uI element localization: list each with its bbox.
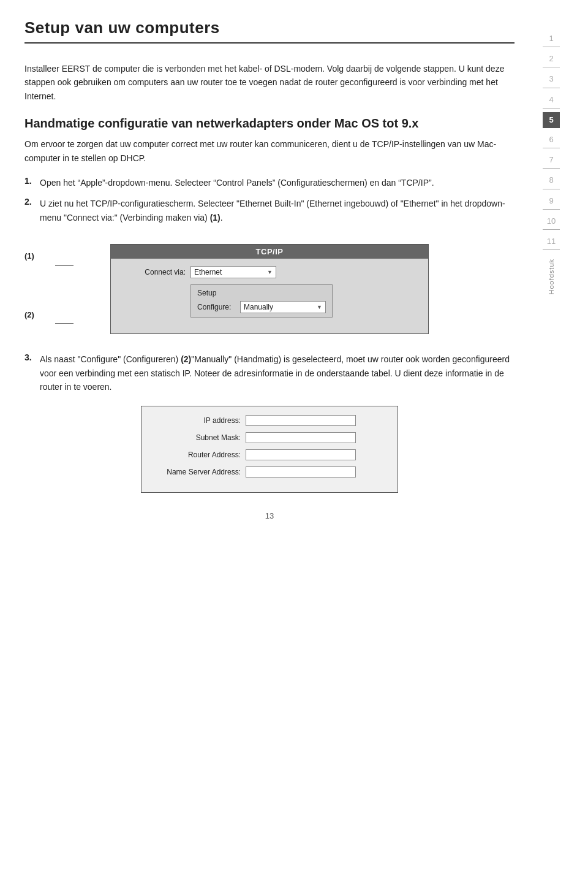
setup-row: Setup Configure: Manually ▼: [123, 284, 416, 318]
chapter-1: 1: [543, 31, 560, 47]
dropdown-arrow-2: ▼: [317, 304, 322, 310]
annotation-area: (1) (2) TCP/IP Connect via: Ethernet: [24, 232, 514, 346]
step-1-text: Open het “Apple”-dropdown-menu. Selectee…: [40, 176, 514, 189]
chapter-3: 3: [543, 71, 560, 88]
table-inner: IP address: Subnet Mask: Router Address:…: [141, 406, 398, 492]
chapter-6: 6: [543, 132, 560, 148]
configure-value: Manually: [244, 303, 273, 311]
router-address-field[interactable]: [246, 449, 356, 460]
main-content: Setup van uw computers Installeer EERST …: [0, 18, 533, 854]
section-heading: Handmatige configuratie van netwerkadapt…: [24, 115, 514, 131]
page-title-area: Setup van uw computers: [24, 18, 514, 44]
step-1: 1. Open het “Apple”-dropdown-menu. Selec…: [24, 176, 514, 189]
step-2: 2. U ziet nu het TCP/IP-configuratiesche…: [24, 197, 514, 224]
name-server-field[interactable]: [246, 466, 356, 478]
step-2-number: 2.: [24, 197, 40, 224]
table-row-dns: Name Server Address:: [154, 466, 385, 478]
section-body: Om ervoor te zorgen dat uw computer corr…: [24, 137, 514, 165]
page-title: Setup van uw computers: [24, 18, 514, 37]
chapter-10: 10: [543, 213, 560, 230]
connect-via-row: Connect via: Ethernet ▼: [123, 266, 416, 278]
ip-table-mockup: IP address: Subnet Mask: Router Address:…: [141, 406, 398, 493]
step3-ref-2: (2): [181, 354, 191, 364]
step-2-text: U ziet nu het TCP/IP-configuratiescherm.…: [40, 197, 514, 224]
annotation-2: (2): [24, 311, 55, 319]
ip-address-field[interactable]: [246, 415, 356, 426]
subnet-mask-label: Subnet Mask:: [154, 433, 246, 442]
page-number: 13: [24, 511, 514, 520]
chapter-numbers: 1 2 3 4 5 6 7 8 9 10 11: [543, 31, 560, 254]
step-1-number: 1.: [24, 176, 40, 189]
intro-paragraph: Installeer EERST de computer die is verb…: [24, 62, 514, 103]
step-3-text: Als naast "Configure" (Configureren) (2)…: [40, 352, 514, 394]
page-wrapper: Setup van uw computers Installeer EERST …: [0, 0, 588, 879]
dialog-body: Connect via: Ethernet ▼ Setup: [111, 259, 428, 333]
connect-via-dropdown[interactable]: Ethernet ▼: [190, 266, 276, 278]
configure-label: Configure:: [197, 303, 240, 311]
chapter-7: 7: [543, 152, 560, 169]
annotations-labels: (1) (2): [24, 232, 55, 346]
chapter-2: 2: [543, 51, 560, 67]
configure-row: Setup: [197, 289, 326, 297]
chapter-8: 8: [543, 172, 560, 189]
setup-inner-label: Setup: [197, 289, 216, 297]
dropdown-arrow-1: ▼: [267, 269, 273, 275]
hoofdstuk-label: Hoofdstuk: [548, 259, 555, 295]
table-row-subnet: Subnet Mask:: [154, 432, 385, 443]
name-server-label: Name Server Address:: [154, 468, 246, 476]
subnet-mask-field[interactable]: [246, 432, 356, 443]
chapter-11: 11: [543, 234, 560, 250]
chapter-5-active: 5: [543, 112, 560, 128]
step-3-number: 3.: [24, 352, 40, 394]
router-address-label: Router Address:: [154, 451, 246, 459]
annotation-1: (1): [24, 252, 55, 260]
tcpip-dialog: TCP/IP Connect via: Ethernet ▼: [110, 244, 429, 334]
configure-dropdown[interactable]: Manually ▼: [240, 301, 326, 313]
step2-ref-1: (1): [210, 213, 221, 223]
dialog-titlebar: TCP/IP: [111, 245, 428, 259]
chapter-9: 9: [543, 193, 560, 210]
ip-address-label: IP address:: [154, 416, 246, 425]
table-row-ip: IP address:: [154, 415, 385, 426]
connect-via-value: Ethernet: [194, 268, 222, 276]
sidebar: 1 2 3 4 5 6 7 8 9 10 11 Hoofdstuk: [533, 18, 570, 854]
step-3: 3. Als naast "Configure" (Configureren) …: [24, 352, 514, 394]
chapter-4: 4: [543, 92, 560, 108]
configure-dropdown-row: Configure: Manually ▼: [197, 301, 326, 313]
connect-via-label: Connect via:: [123, 268, 190, 276]
table-row-router: Router Address:: [154, 449, 385, 460]
setup-group: Setup Configure: Manually ▼: [190, 284, 333, 318]
